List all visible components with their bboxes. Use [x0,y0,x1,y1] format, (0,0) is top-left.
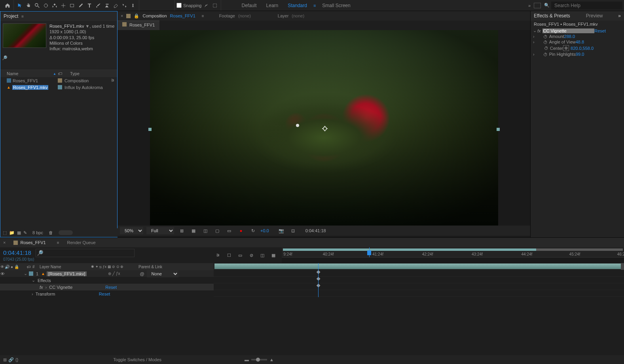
layer-label[interactable]: Layer [278,13,289,18]
pickwhip-icon[interactable]: @ [140,271,144,276]
trash-icon[interactable]: 🗑 [49,230,53,235]
timeline-timecode[interactable]: 0:04:41:18 [3,249,31,256]
overflow-icon[interactable]: » [618,13,621,19]
label-col-icon[interactable]: 🏷 [27,265,32,269]
playhead-line[interactable] [318,263,319,297]
comp-menu-icon[interactable]: ≡ [202,14,204,18]
camera-tool-icon[interactable] [50,1,59,10]
snapping-checkbox[interactable]: Snapping [176,3,202,8]
folder-new-icon[interactable]: 📁 [9,230,15,235]
pin-tool-icon[interactable] [129,1,137,10]
workspace-learn[interactable]: Learn [262,3,283,8]
project-item-comp[interactable]: Roses_FFV1 Composition ⚞ [0,77,117,84]
reset-link[interactable]: Reset [99,292,110,296]
home-icon[interactable] [3,1,12,10]
composition-viewer[interactable] [118,30,530,226]
region-icon[interactable]: ◫ [201,226,210,235]
panel-menu-icon[interactable]: ≡ [21,14,24,19]
tag-icon[interactable]: 🏷 [58,71,62,76]
brackets-icon[interactable]: {} [15,357,18,362]
clone-tool-icon[interactable] [102,1,111,10]
comp-name[interactable]: Roses_FFV1 [170,13,195,18]
zoom-dropdown[interactable]: 50% [120,227,143,234]
interpret-icon[interactable]: ⬚ [3,230,7,235]
workspace-small[interactable]: Small Screen [317,3,355,8]
workspace-standard[interactable]: Standard [283,3,312,8]
playhead[interactable] [369,247,370,257]
parent-dropdown[interactable]: None [147,270,178,277]
scrollbar[interactable] [621,263,624,270]
col-layer[interactable]: Layer Name [40,265,91,269]
transform-group[interactable]: Transform [36,292,94,296]
effects-presets-tab[interactable]: Effects & Presets [534,13,570,19]
reset-exposure-icon[interactable]: ↻ [248,226,257,235]
link-icon[interactable]: 🔗 [8,357,14,362]
pen-tool-icon[interactable] [76,1,85,10]
col-parent[interactable]: Parent & Link [138,265,162,269]
grid-icon[interactable]: ⊞ [177,226,186,235]
prop-pin-value[interactable]: 99.0 [576,52,584,57]
timeline-layer-row[interactable]: 👁 ⌄ 1 ▲ [Roses_FFV1.mkv] ⊕ ╱ ƒx @ None [0,270,214,277]
close-tab-icon[interactable]: × [121,13,123,18]
expand-icon[interactable]: ⌄ [533,28,537,33]
panels-icon[interactable] [534,3,541,8]
lock-col-icon[interactable]: 🔒 [14,265,19,269]
effect-name[interactable]: CC Vignette [542,28,595,33]
snapshot-icon[interactable]: 📷 [277,226,286,235]
transparency-icon[interactable]: ▢ [213,226,222,235]
timeline-tracks[interactable] [214,263,624,297]
selection-tool-icon[interactable] [15,1,24,10]
toggle-switches-button[interactable]: Toggle Switches / Modes [113,357,161,362]
preview-tab[interactable]: Preview [586,13,603,19]
lock-icon[interactable]: 🔒 [134,13,139,19]
effects-group[interactable]: Effects [38,278,51,283]
resolution-dropdown[interactable]: Full [146,227,174,234]
channels-icon[interactable]: ● [237,226,245,235]
fx-icon[interactable]: fx [537,28,541,33]
fx-icon[interactable]: fx [40,285,43,290]
stopwatch-icon[interactable]: ⏱ [543,34,548,39]
expand-icon[interactable]: › [533,34,535,39]
show-snapshot-icon[interactable]: ⊡ [289,226,298,235]
frame-blend-icon[interactable]: ⊘ [247,251,256,260]
draft3d-icon[interactable]: ☐ [225,251,233,260]
prop-amount-value[interactable]: 288.0 [564,34,575,39]
search-help-input[interactable] [551,2,622,9]
timeline-search[interactable] [36,249,135,257]
snap-bounds-icon[interactable] [211,1,219,10]
slider[interactable] [59,230,73,235]
footage-label[interactable]: Footage [219,13,235,18]
comp-new-icon[interactable]: ▦ [17,230,21,235]
audio-col-icon[interactable]: 🔊 [5,265,9,269]
expand-icon[interactable]: › [533,40,535,44]
stopwatch-icon[interactable]: ⏱ [543,40,548,44]
tl-effect-name[interactable]: CC Vignette [49,285,101,290]
expand-icon[interactable]: › [32,292,33,296]
close-tab-icon[interactable]: × [3,240,6,245]
pan-behind-tool-icon[interactable] [59,1,68,10]
col-num[interactable]: # [32,265,40,269]
timeline-ruler[interactable]: 9:24f 40:24f 41:24f 42:24f 43:24f 44:24f… [282,247,624,258]
zoom-slider[interactable] [251,359,267,360]
bpc-label[interactable]: 8 bpc [32,230,43,235]
stopwatch-icon[interactable]: ⏱ [544,46,548,50]
rotate-tool-icon[interactable] [42,1,50,10]
flowchart-icon[interactable]: ⚞ [111,78,115,83]
viewer-timecode[interactable]: 0:04:41:18 [305,228,326,233]
tab-menu-icon[interactable]: ≡ [57,241,59,245]
toggle-view-icon[interactable]: ⊞ [3,357,7,362]
timeline-frames[interactable]: 07043 (25.00 fps) [3,257,211,262]
layer-name[interactable]: [Roses_FFV1.mkv] [47,271,87,276]
stopwatch-icon[interactable]: ⏱ [543,52,548,57]
text-tool-icon[interactable]: T [85,1,94,10]
render-queue-tab[interactable]: Render Queue [67,240,95,245]
workspace-menu-icon[interactable]: ≡ [313,3,316,8]
anchor-icon[interactable] [322,126,326,130]
comp-tab[interactable]: Roses_FFV1 [118,21,159,30]
graph-editor-icon[interactable]: ▦ [269,251,278,260]
timeline-tab[interactable]: Roses_FFV1 [13,240,46,245]
workspace-default[interactable]: Default [237,3,262,8]
label-color[interactable] [29,271,33,276]
col-name-header[interactable]: Name [7,71,18,76]
project-item-mkv[interactable]: ▲Roses_FFV1.mkv Influx by Autokroma [0,84,117,91]
